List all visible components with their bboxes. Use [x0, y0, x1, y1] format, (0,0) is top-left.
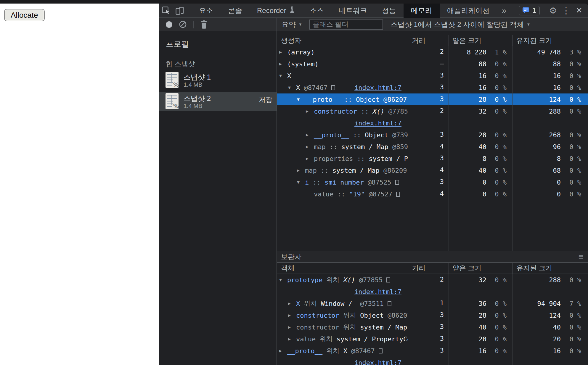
expander-icon[interactable]: ▶	[288, 324, 296, 330]
column-shallow-size[interactable]: 얕은 크기	[449, 263, 513, 274]
object-text: properties	[314, 155, 353, 162]
heap-row[interactable]: ▼X @87467 index.html:73160 %160 %	[277, 82, 588, 93]
expander-icon[interactable]: ▶	[279, 49, 287, 55]
column-distance[interactable]: 거리	[408, 263, 449, 274]
source-link-row[interactable]: index.html:7	[277, 357, 588, 365]
object-text: 위치	[316, 335, 337, 343]
expander-icon[interactable]: ▶	[288, 336, 296, 342]
object-text: system / Map	[341, 143, 388, 151]
column-shallow-size[interactable]: 얕은 크기	[449, 35, 513, 46]
object-cell: ▼X @87467 index.html:7	[277, 82, 408, 93]
expander-icon[interactable]: ▶	[297, 168, 305, 173]
heap-row[interactable]: ▶__proto__ :: Object @73983280 %2680 %	[277, 129, 588, 141]
flask-icon	[289, 6, 295, 15]
heap-row[interactable]: ▼X3160 %160 %	[277, 70, 588, 82]
tab-메모리[interactable]: 메모리	[404, 4, 440, 18]
record-heap-button[interactable]	[166, 21, 172, 28]
heap-row[interactable]: ▶map :: system / Map @85974400 %960 %	[277, 141, 588, 153]
more-tabs-button[interactable]: »	[497, 6, 511, 15]
heap-row[interactable]: ▶constructor 위치 Object @862073280 %1240 …	[277, 309, 588, 321]
snapshot-item-2[interactable]: %스냅샷 21.4 MB저장	[159, 92, 277, 111]
svg-text:%: %	[173, 81, 179, 88]
expander-icon[interactable]: ▼	[297, 97, 305, 102]
distance-cell: 4	[408, 141, 449, 153]
tab-성능[interactable]: 성능	[375, 4, 404, 18]
settings-gear-icon[interactable]: ⚙	[547, 5, 560, 16]
source-link-row[interactable]: index.html:7	[277, 286, 588, 298]
expander-icon[interactable]: ▼	[297, 180, 305, 185]
issues-badge[interactable]: 1	[519, 6, 540, 15]
clear-profiles-icon[interactable]	[179, 20, 187, 28]
retained-size-cell	[513, 357, 588, 365]
tab-Recorder[interactable]: Recorder	[250, 4, 302, 18]
expander-icon[interactable]: ▶	[279, 61, 287, 67]
shallow-size-cell: 00 %	[449, 176, 513, 188]
perspective-select[interactable]: 요약▼	[282, 20, 302, 29]
column-distance[interactable]: 거리	[408, 35, 449, 46]
expander-icon[interactable]: ▶	[279, 348, 287, 353]
heap-row[interactable]: ▼prototype 위치 X() @77855 2320 %2880 %	[277, 274, 588, 286]
device-toolbar-icon[interactable]	[173, 5, 187, 17]
heap-row[interactable]: ▼__proto__ :: Object @86207 3280 %1240 %	[277, 93, 588, 105]
heap-row[interactable]: ▶(array)28 2201 %49 7483 %	[277, 46, 588, 58]
heap-row[interactable]: ▶(system)–880 %880 %	[277, 58, 588, 70]
heap-row[interactable]: ▶map :: system / Map @862094400 %680 %	[277, 164, 588, 176]
tab-소스[interactable]: 소스	[302, 4, 331, 18]
object-reveal-box-icon	[388, 301, 391, 306]
object-text: Object	[365, 131, 388, 139]
column-retained-size[interactable]: 유지된 크기	[513, 35, 588, 46]
constructors-table: 생성자 거리 얕은 크기 유지된 크기 ▶(array)28 2201 %49 …	[277, 35, 588, 251]
hamburger-menu-icon[interactable]: ≡	[579, 252, 583, 261]
shallow-size-cell: 8 2201 %	[449, 46, 513, 58]
inspect-element-icon[interactable]	[159, 5, 173, 17]
object-text: constructor	[296, 324, 339, 331]
heap-row[interactable]: ▶constructor :: X() @77855 2320 %2880 %	[277, 105, 588, 117]
expander-icon[interactable]: ▼	[288, 85, 296, 90]
heap-row[interactable]: ▶X 위치 Window / @73511 1360 %94 9047 %	[277, 298, 588, 309]
object-text: constructor	[296, 312, 339, 319]
column-object[interactable]: 객체	[277, 264, 408, 273]
tab-label: 네트워크	[339, 6, 367, 15]
heap-row[interactable]: value :: "19" @87527 400 %00 %	[277, 188, 588, 200]
snapshot-scope-select[interactable]: 스냅샷 1에서 스냅샷 2 사이에 할당된 객체▼	[391, 20, 531, 29]
expander-icon[interactable]: ▶	[288, 313, 296, 318]
source-link[interactable]: index.html:7	[354, 84, 401, 91]
expander-icon[interactable]: ▶	[306, 132, 314, 138]
source-link[interactable]: index.html:7	[354, 288, 401, 295]
tab-네트워크[interactable]: 네트워크	[331, 4, 375, 18]
object-cell: ▶properties :: system / Pr	[277, 153, 408, 164]
source-link[interactable]: index.html:7	[354, 359, 401, 365]
column-constructor[interactable]: 생성자	[277, 36, 408, 45]
source-link[interactable]: index.html:7	[354, 119, 401, 127]
heap-row[interactable]: ▶value 위치 system / PropertyCe3200 %200 %	[277, 333, 588, 345]
object-text: @87467	[347, 347, 379, 355]
expander-icon[interactable]: ▼	[279, 73, 287, 78]
allocate-button[interactable]: Allocate	[4, 9, 45, 21]
expander-icon[interactable]: ▼	[279, 277, 287, 282]
object-text: value	[296, 335, 316, 343]
kebab-menu-icon[interactable]: ⋮	[560, 5, 573, 16]
issues-icon	[522, 7, 530, 14]
object-cell: ▼X	[277, 70, 408, 82]
retained-size-cell: 2880 %	[513, 105, 588, 117]
close-devtools-icon[interactable]: ✕	[573, 6, 586, 15]
heap-row[interactable]: ▶__proto__ 위치 X @87467 3160 %160 %	[277, 345, 588, 357]
expander-icon[interactable]: ▶	[306, 144, 314, 149]
tab-애플리케이션[interactable]: 애플리케이션	[440, 4, 497, 18]
heap-row[interactable]: ▶constructor 위치 system / Map @3400 %400 …	[277, 321, 588, 333]
heap-row[interactable]: ▶properties :: system / Pr380 %80 %	[277, 153, 588, 164]
retained-size-cell: 80 %	[513, 153, 588, 164]
object-text: map	[314, 143, 326, 151]
source-link-row[interactable]: index.html:7	[277, 117, 588, 129]
snapshot-item-1[interactable]: %스냅샷 11.4 MB	[159, 71, 277, 90]
delete-snapshot-icon[interactable]	[200, 20, 208, 29]
tab-요소[interactable]: 요소	[192, 4, 221, 18]
heap-row[interactable]: ▼i :: smi number @87525 300 %00 %	[277, 176, 588, 188]
column-retained-size[interactable]: 유지된 크기	[513, 263, 588, 274]
expander-icon[interactable]: ▶	[306, 109, 314, 114]
expander-icon[interactable]: ▶	[306, 156, 314, 161]
expander-icon[interactable]: ▶	[288, 301, 296, 306]
tab-콘솔[interactable]: 콘솔	[221, 4, 250, 18]
save-snapshot-link[interactable]: 저장	[259, 95, 272, 104]
class-filter-input[interactable]	[309, 20, 383, 30]
